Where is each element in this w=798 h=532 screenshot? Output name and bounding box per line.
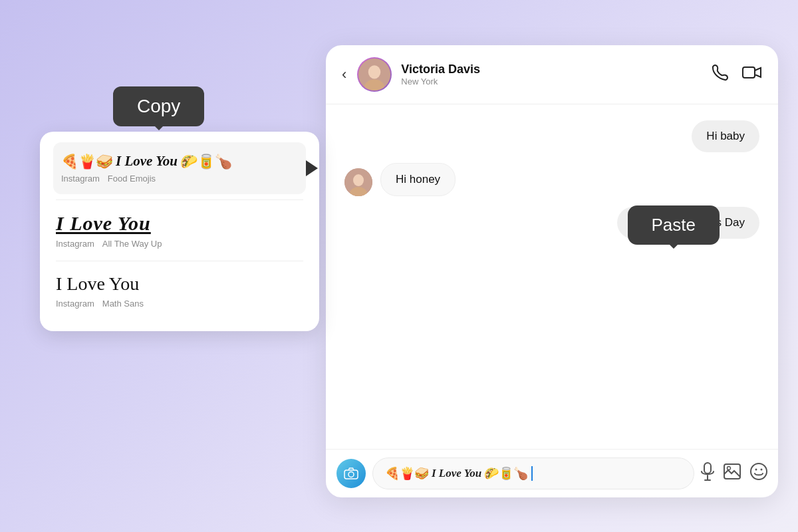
font-list: 🍕🍟🥪 I Love You 🌮🥫🍗 Instagram Food Emojis…: [40, 132, 319, 331]
svg-point-16: [761, 469, 763, 471]
mic-button[interactable]: [701, 462, 714, 485]
font-tag-platform1: Instagram: [61, 174, 100, 184]
font-preview-text3: I Love You: [56, 273, 139, 294]
input-text: I Love You: [432, 467, 481, 480]
input-emoji-suffix: 🌮🥫🍗: [484, 466, 528, 481]
text-cursor: [531, 466, 533, 481]
contact-info: Victoria Davis New York: [401, 63, 712, 86]
contact-status: New York: [401, 76, 712, 86]
copy-tooltip[interactable]: Copy: [113, 86, 204, 126]
input-actions: [701, 462, 767, 485]
svg-point-13: [728, 467, 731, 470]
svg-rect-3: [743, 67, 755, 78]
message-bubble-sent-1: Hi baby: [692, 120, 759, 152]
chat-input-row: 🍕🍟🥪 I Love You 🌮🥫🍗: [326, 449, 778, 497]
selected-arrow: [306, 160, 318, 176]
contact-avatar: [357, 57, 392, 92]
font-selector-panel: Copy 🍕🍟🥪 I Love You 🌮🥫🍗 Instagram Food E…: [40, 86, 319, 331]
message-row: Hi honey: [344, 163, 759, 196]
video-button[interactable]: [742, 65, 762, 84]
font-tag-platform2: Instagram: [56, 239, 94, 249]
font-tag-name3: Math Sans: [102, 299, 144, 309]
camera-button[interactable]: [336, 459, 366, 488]
header-actions: [712, 64, 762, 85]
phone-button[interactable]: [712, 64, 729, 85]
emoji-button[interactable]: [750, 463, 767, 484]
font-preview-text1: I Love You: [116, 153, 178, 170]
svg-point-14: [751, 464, 767, 479]
chat-panel: ‹ Victoria Davis New York: [326, 45, 778, 497]
font-item-food-emoji[interactable]: 🍕🍟🥪 I Love You 🌮🥫🍗 Instagram Food Emojis: [53, 142, 306, 194]
message-bubble-received-1: Hi honey: [380, 163, 456, 196]
message-input[interactable]: 🍕🍟🥪 I Love You 🌮🥫🍗: [372, 458, 694, 489]
font-tag-name2: All The Way Up: [102, 239, 162, 249]
font-preview-text2: I Love You: [56, 212, 151, 234]
font-item-math-sans[interactable]: I Love You Instagram Math Sans: [56, 264, 303, 318]
avatar-image: [358, 59, 390, 90]
chat-body: Hi baby Hi honey Happy Valentine's Day P…: [326, 104, 778, 449]
svg-rect-9: [704, 463, 711, 473]
message-row: Hi baby: [344, 120, 759, 152]
paste-tooltip[interactable]: Paste: [628, 205, 720, 245]
font-tag-platform3: Instagram: [56, 299, 94, 309]
chat-header: ‹ Victoria Davis New York: [326, 45, 778, 104]
contact-name: Victoria Davis: [401, 63, 712, 76]
sender-avatar: [344, 168, 372, 196]
image-button[interactable]: [724, 464, 741, 483]
svg-point-1: [368, 65, 380, 78]
font-preview-emoji1: 🍕🍟🥪: [61, 154, 113, 170]
svg-point-15: [755, 469, 757, 471]
svg-point-8: [348, 472, 354, 477]
back-button[interactable]: ‹: [342, 66, 346, 83]
font-tag-name1: Food Emojis: [108, 174, 156, 184]
input-emoji-prefix: 🍕🍟🥪: [385, 466, 429, 481]
svg-point-5: [353, 174, 364, 186]
font-preview-emoji2: 🌮🥫🍗: [180, 154, 232, 170]
font-item-all-the-way-up[interactable]: I Love You Instagram All The Way Up: [56, 203, 303, 258]
